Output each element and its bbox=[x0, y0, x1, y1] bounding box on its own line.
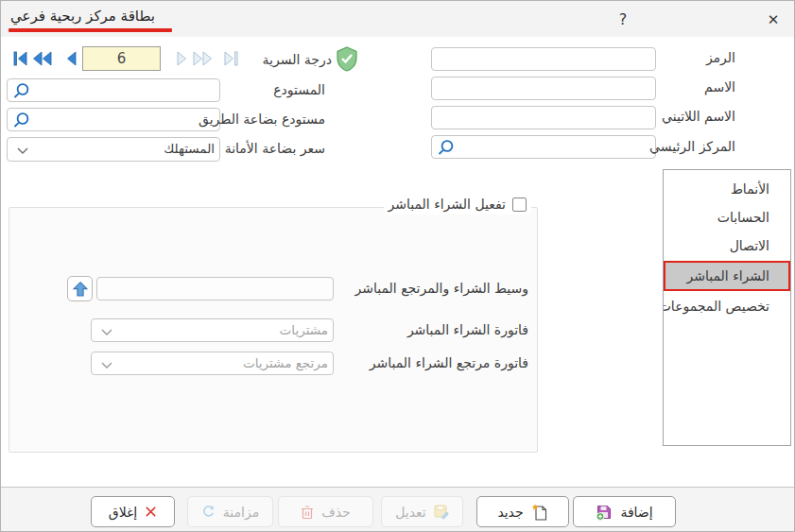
code-input[interactable] bbox=[431, 47, 656, 71]
broker-upload-button[interactable] bbox=[67, 276, 93, 301]
edit-save-icon bbox=[434, 505, 449, 520]
direct-purchase-invoice-select[interactable]: مشتريات bbox=[91, 318, 334, 342]
direct-purchase-return-invoice-select[interactable]: مرتجع مشتريات bbox=[91, 352, 334, 375]
close-x-icon bbox=[145, 506, 157, 518]
chevron-down-icon bbox=[16, 146, 29, 155]
add-button[interactable]: إضافة bbox=[573, 496, 676, 527]
consignment-price-label: سعر بضاعة الأمانة bbox=[225, 141, 325, 156]
list-item-contact[interactable]: الاتصال bbox=[664, 232, 790, 260]
new-button-label: جديد bbox=[497, 505, 523, 520]
direct-purchase-invoice-label: فاتورة الشراء المباشر bbox=[407, 322, 528, 337]
latin-name-input[interactable] bbox=[431, 106, 656, 129]
name-label: الاسم bbox=[704, 79, 735, 94]
main-center-lookup-input[interactable] bbox=[431, 135, 656, 159]
sync-icon bbox=[201, 505, 216, 519]
nav-forward-icon bbox=[191, 49, 214, 68]
consignment-price-select[interactable]: المستهلك bbox=[7, 137, 220, 162]
transit-warehouse-lookup-input[interactable] bbox=[7, 108, 220, 131]
main-center-label: المركز الرئيسي bbox=[649, 139, 735, 154]
list-item-patterns[interactable]: الأنماط bbox=[664, 175, 790, 203]
list-item-accounts[interactable]: الحسابات bbox=[664, 203, 790, 232]
record-number-input[interactable] bbox=[82, 46, 161, 71]
add-save-icon bbox=[596, 504, 613, 521]
list-item-group-allocation[interactable]: تخصيص المجموعات bbox=[664, 292, 790, 320]
trash-icon bbox=[301, 505, 314, 520]
list-item-direct-purchase[interactable]: الشراء المباشر bbox=[664, 261, 790, 291]
title-underline bbox=[9, 28, 172, 32]
enable-direct-purchase-checkbox[interactable] bbox=[512, 197, 527, 212]
nav-first-icon bbox=[11, 49, 30, 68]
search-icon bbox=[10, 111, 31, 131]
nav-next-button[interactable] bbox=[168, 49, 191, 68]
close-button[interactable]: إغلاق bbox=[91, 496, 175, 527]
warehouse-lookup-input[interactable] bbox=[7, 78, 220, 102]
enable-direct-purchase-row: تفعيل الشراء المباشر bbox=[384, 194, 532, 215]
direct-purchase-return-invoice-value: مرتجع مشتريات bbox=[243, 355, 328, 370]
name-input[interactable] bbox=[431, 77, 656, 100]
sync-button-label: مزامنة bbox=[223, 505, 259, 520]
search-icon bbox=[435, 138, 456, 159]
direct-purchase-invoice-value: مشتريات bbox=[280, 322, 328, 337]
close-window-button[interactable]: ✕ bbox=[761, 8, 786, 32]
direct-purchase-return-invoice-label: فاتورة مرتجع الشراء المباشر bbox=[370, 355, 528, 370]
window-title: بطاقة مركز ربحية فرعي bbox=[10, 8, 155, 25]
nav-forward-button[interactable] bbox=[191, 49, 214, 68]
close-button-label: إغلاق bbox=[109, 505, 137, 520]
nav-first-record-button[interactable] bbox=[8, 49, 30, 68]
warehouse-label: المستودع bbox=[273, 82, 325, 97]
add-button-label: إضافة bbox=[620, 505, 652, 520]
nav-rewind-icon bbox=[31, 49, 54, 68]
secrecy-level-label: درجة السرية bbox=[263, 52, 332, 67]
transit-warehouse-label: مستودع بضاعة الطريق bbox=[199, 112, 325, 127]
consignment-price-value: المستهلك bbox=[164, 141, 215, 156]
new-button[interactable]: جديد bbox=[476, 496, 569, 527]
nav-rewind-button[interactable] bbox=[31, 49, 54, 68]
nav-last-icon bbox=[221, 49, 240, 68]
new-document-icon bbox=[531, 504, 548, 521]
nav-previous-icon bbox=[62, 49, 81, 68]
shield-check-icon bbox=[336, 46, 358, 76]
edit-button-label: تعديل bbox=[395, 505, 426, 520]
enable-direct-purchase-label: تفعيل الشراء المباشر bbox=[389, 197, 507, 212]
up-arrow-icon bbox=[71, 280, 90, 299]
chevron-down-icon bbox=[100, 361, 113, 369]
card-sections-list: الأنماط الحسابات الاتصال الشراء المباشر … bbox=[663, 169, 791, 446]
edit-button[interactable]: تعديل bbox=[381, 496, 463, 527]
profit-center-card-dialog: بطاقة مركز ربحية فرعي ? ✕ درجة السرية ال… bbox=[0, 0, 795, 532]
nav-previous-button[interactable] bbox=[59, 49, 81, 68]
code-label: الرمز bbox=[706, 50, 735, 65]
latin-name-label: الاسم اللاتيني bbox=[662, 109, 735, 124]
sync-button[interactable]: مزامنة bbox=[187, 496, 273, 527]
delete-button-label: حذف bbox=[321, 505, 351, 520]
delete-button[interactable]: حذف bbox=[278, 496, 373, 527]
help-button[interactable]: ? bbox=[611, 8, 635, 32]
broker-input[interactable] bbox=[96, 277, 334, 300]
chevron-down-icon bbox=[100, 328, 113, 336]
nav-next-icon bbox=[172, 49, 191, 68]
broker-label: وسيط الشراء والمرتجع المباشر bbox=[354, 281, 528, 296]
search-icon bbox=[10, 81, 31, 102]
nav-last-record-button[interactable] bbox=[217, 49, 240, 68]
